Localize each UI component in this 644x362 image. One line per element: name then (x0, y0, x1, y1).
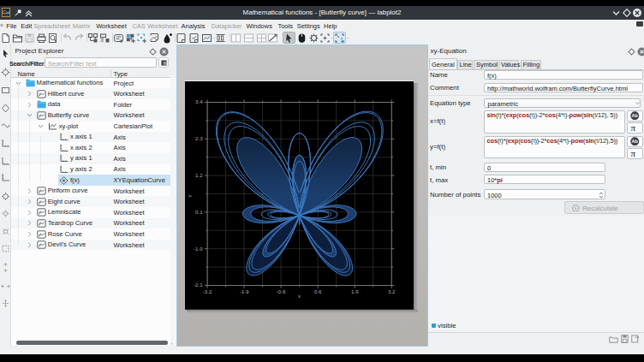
svg-text:Ab: Ab (632, 139, 639, 144)
svg-text:2.3: 2.3 (195, 135, 203, 141)
svg-text:3.4: 3.4 (195, 98, 203, 104)
svg-text:-1.9: -1.9 (240, 288, 249, 294)
svg-text:1: 1 (340, 37, 343, 43)
svg-text:-3.2: -3.2 (203, 288, 212, 294)
svg-text:0.1: 0.1 (195, 209, 203, 215)
svg-text:Ab: Ab (632, 113, 639, 118)
svg-text:1.2: 1.2 (195, 172, 203, 178)
svg-text:1.9: 1.9 (351, 288, 359, 294)
svg-text:-0.6: -0.6 (277, 288, 286, 294)
svg-text:-1.0: -1.0 (194, 246, 203, 252)
svg-text:0.6: 0.6 (314, 288, 322, 294)
svg-text:3.2: 3.2 (388, 288, 396, 294)
svg-text:-2.1: -2.1 (194, 282, 203, 288)
